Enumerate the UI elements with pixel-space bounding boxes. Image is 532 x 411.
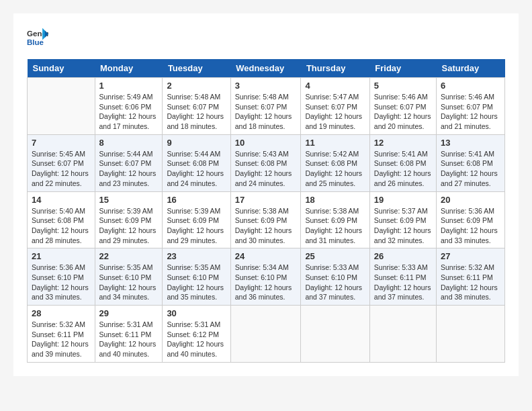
- day-info: Sunrise: 5:33 AM Sunset: 6:11 PM Dayligh…: [374, 263, 432, 302]
- calendar-cell: 21Sunrise: 5:36 AM Sunset: 6:10 PM Dayli…: [28, 248, 95, 306]
- day-info: Sunrise: 5:34 AM Sunset: 6:10 PM Dayligh…: [235, 263, 297, 302]
- calendar-cell: [230, 306, 301, 363]
- day-info: Sunrise: 5:36 AM Sunset: 6:10 PM Dayligh…: [32, 263, 91, 302]
- header: General Blue: [27, 27, 505, 48]
- calendar-cell: 20Sunrise: 5:36 AM Sunset: 6:09 PM Dayli…: [437, 191, 505, 248]
- day-number: 13: [441, 138, 500, 148]
- day-info: Sunrise: 5:49 AM Sunset: 6:06 PM Dayligh…: [99, 92, 159, 132]
- col-header-tuesday: Tuesday: [163, 59, 230, 78]
- column-headers-row: SundayMondayTuesdayWednesdayThursdayFrid…: [28, 59, 505, 78]
- svg-text:Blue: Blue: [27, 38, 44, 46]
- day-number: 9: [167, 138, 226, 148]
- day-info: Sunrise: 5:46 AM Sunset: 6:07 PM Dayligh…: [374, 92, 432, 132]
- day-number: 18: [305, 195, 365, 205]
- day-number: 23: [167, 251, 226, 261]
- day-info: Sunrise: 5:41 AM Sunset: 6:08 PM Dayligh…: [441, 149, 500, 189]
- day-info: Sunrise: 5:36 AM Sunset: 6:09 PM Dayligh…: [441, 206, 500, 246]
- day-info: Sunrise: 5:40 AM Sunset: 6:08 PM Dayligh…: [32, 206, 91, 246]
- col-header-friday: Friday: [369, 59, 436, 78]
- day-number: 25: [305, 251, 365, 261]
- day-info: Sunrise: 5:44 AM Sunset: 6:08 PM Dayligh…: [167, 149, 226, 189]
- day-number: 24: [235, 251, 297, 261]
- day-number: 8: [99, 138, 159, 148]
- calendar-cell: [437, 306, 505, 363]
- day-number: 27: [441, 251, 500, 261]
- calendar-cell: 5Sunrise: 5:46 AM Sunset: 6:07 PM Daylig…: [369, 78, 436, 135]
- day-info: Sunrise: 5:48 AM Sunset: 6:07 PM Dayligh…: [167, 92, 226, 132]
- calendar-cell: 1Sunrise: 5:49 AM Sunset: 6:06 PM Daylig…: [95, 78, 163, 135]
- day-info: Sunrise: 5:47 AM Sunset: 6:07 PM Dayligh…: [305, 92, 365, 132]
- calendar-cell: 28Sunrise: 5:32 AM Sunset: 6:11 PM Dayli…: [28, 306, 95, 363]
- calendar-cell: 13Sunrise: 5:41 AM Sunset: 6:08 PM Dayli…: [437, 134, 505, 191]
- calendar-cell: 23Sunrise: 5:35 AM Sunset: 6:10 PM Dayli…: [163, 248, 230, 306]
- week-row-3: 14Sunrise: 5:40 AM Sunset: 6:08 PM Dayli…: [28, 191, 505, 248]
- day-number: 28: [32, 308, 91, 318]
- calendar-cell: 16Sunrise: 5:39 AM Sunset: 6:09 PM Dayli…: [163, 191, 230, 248]
- day-number: 26: [374, 251, 432, 261]
- day-info: Sunrise: 5:31 AM Sunset: 6:12 PM Dayligh…: [167, 320, 226, 359]
- calendar-cell: 10Sunrise: 5:43 AM Sunset: 6:08 PM Dayli…: [230, 134, 301, 191]
- day-number: 4: [305, 81, 365, 91]
- day-number: 7: [32, 138, 91, 148]
- calendar-cell: [369, 306, 436, 363]
- day-number: 21: [32, 251, 91, 261]
- week-row-4: 21Sunrise: 5:36 AM Sunset: 6:10 PM Dayli…: [28, 248, 505, 306]
- calendar-cell: 6Sunrise: 5:46 AM Sunset: 6:07 PM Daylig…: [437, 78, 505, 135]
- day-info: Sunrise: 5:48 AM Sunset: 6:07 PM Dayligh…: [235, 92, 297, 132]
- calendar-cell: 14Sunrise: 5:40 AM Sunset: 6:08 PM Dayli…: [28, 191, 95, 248]
- day-info: Sunrise: 5:35 AM Sunset: 6:10 PM Dayligh…: [99, 263, 159, 302]
- day-number: 1: [99, 81, 159, 91]
- day-info: Sunrise: 5:41 AM Sunset: 6:08 PM Dayligh…: [374, 149, 432, 189]
- calendar-cell: 8Sunrise: 5:44 AM Sunset: 6:07 PM Daylig…: [95, 134, 163, 191]
- week-row-5: 28Sunrise: 5:32 AM Sunset: 6:11 PM Dayli…: [28, 306, 505, 363]
- day-info: Sunrise: 5:42 AM Sunset: 6:08 PM Dayligh…: [305, 149, 365, 189]
- day-number: 20: [441, 195, 500, 205]
- day-info: Sunrise: 5:39 AM Sunset: 6:09 PM Dayligh…: [167, 206, 226, 246]
- calendar-cell: 15Sunrise: 5:39 AM Sunset: 6:09 PM Dayli…: [95, 191, 163, 248]
- day-number: 12: [374, 138, 432, 148]
- day-number: 10: [235, 138, 297, 148]
- col-header-wednesday: Wednesday: [230, 59, 301, 78]
- day-info: Sunrise: 5:38 AM Sunset: 6:09 PM Dayligh…: [235, 206, 297, 246]
- day-number: 30: [167, 308, 226, 318]
- day-info: Sunrise: 5:38 AM Sunset: 6:09 PM Dayligh…: [305, 206, 365, 246]
- calendar-cell: 18Sunrise: 5:38 AM Sunset: 6:09 PM Dayli…: [301, 191, 369, 248]
- day-number: 6: [441, 81, 500, 91]
- logo-icon: General Blue: [27, 27, 48, 48]
- calendar-cell: 24Sunrise: 5:34 AM Sunset: 6:10 PM Dayli…: [230, 248, 301, 306]
- calendar-cell: 12Sunrise: 5:41 AM Sunset: 6:08 PM Dayli…: [369, 134, 436, 191]
- col-header-thursday: Thursday: [301, 59, 369, 78]
- calendar-cell: 25Sunrise: 5:33 AM Sunset: 6:10 PM Dayli…: [301, 248, 369, 306]
- calendar-cell: 29Sunrise: 5:31 AM Sunset: 6:11 PM Dayli…: [95, 306, 163, 363]
- week-row-2: 7Sunrise: 5:45 AM Sunset: 6:07 PM Daylig…: [28, 134, 505, 191]
- day-info: Sunrise: 5:37 AM Sunset: 6:09 PM Dayligh…: [374, 206, 432, 246]
- day-info: Sunrise: 5:32 AM Sunset: 6:11 PM Dayligh…: [441, 263, 500, 302]
- col-header-saturday: Saturday: [437, 59, 505, 78]
- day-number: 17: [235, 195, 297, 205]
- day-info: Sunrise: 5:46 AM Sunset: 6:07 PM Dayligh…: [441, 92, 500, 132]
- calendar-cell: 9Sunrise: 5:44 AM Sunset: 6:08 PM Daylig…: [163, 134, 230, 191]
- calendar-cell: 11Sunrise: 5:42 AM Sunset: 6:08 PM Dayli…: [301, 134, 369, 191]
- col-header-sunday: Sunday: [28, 59, 95, 78]
- day-info: Sunrise: 5:31 AM Sunset: 6:11 PM Dayligh…: [99, 320, 159, 359]
- calendar-cell: 3Sunrise: 5:48 AM Sunset: 6:07 PM Daylig…: [230, 78, 301, 135]
- calendar-cell: 27Sunrise: 5:32 AM Sunset: 6:11 PM Dayli…: [437, 248, 505, 306]
- calendar-cell: 19Sunrise: 5:37 AM Sunset: 6:09 PM Dayli…: [369, 191, 436, 248]
- day-info: Sunrise: 5:39 AM Sunset: 6:09 PM Dayligh…: [99, 206, 159, 246]
- day-info: Sunrise: 5:45 AM Sunset: 6:07 PM Dayligh…: [32, 149, 91, 189]
- logo: General Blue: [27, 27, 48, 48]
- calendar-table: SundayMondayTuesdayWednesdayThursdayFrid…: [27, 59, 505, 363]
- day-info: Sunrise: 5:44 AM Sunset: 6:07 PM Dayligh…: [99, 149, 159, 189]
- calendar-cell: 7Sunrise: 5:45 AM Sunset: 6:07 PM Daylig…: [28, 134, 95, 191]
- day-number: 14: [32, 195, 91, 205]
- day-number: 16: [167, 195, 226, 205]
- col-header-monday: Monday: [95, 59, 163, 78]
- day-info: Sunrise: 5:32 AM Sunset: 6:11 PM Dayligh…: [32, 320, 91, 359]
- calendar-cell: 26Sunrise: 5:33 AM Sunset: 6:11 PM Dayli…: [369, 248, 436, 306]
- day-info: Sunrise: 5:35 AM Sunset: 6:10 PM Dayligh…: [167, 263, 226, 302]
- day-info: Sunrise: 5:43 AM Sunset: 6:08 PM Dayligh…: [235, 149, 297, 189]
- calendar-cell: [28, 78, 95, 135]
- day-number: 29: [99, 308, 159, 318]
- main-container: General Blue SundayMondayTuesdayWednesda…: [13, 13, 519, 376]
- calendar-cell: [301, 306, 369, 363]
